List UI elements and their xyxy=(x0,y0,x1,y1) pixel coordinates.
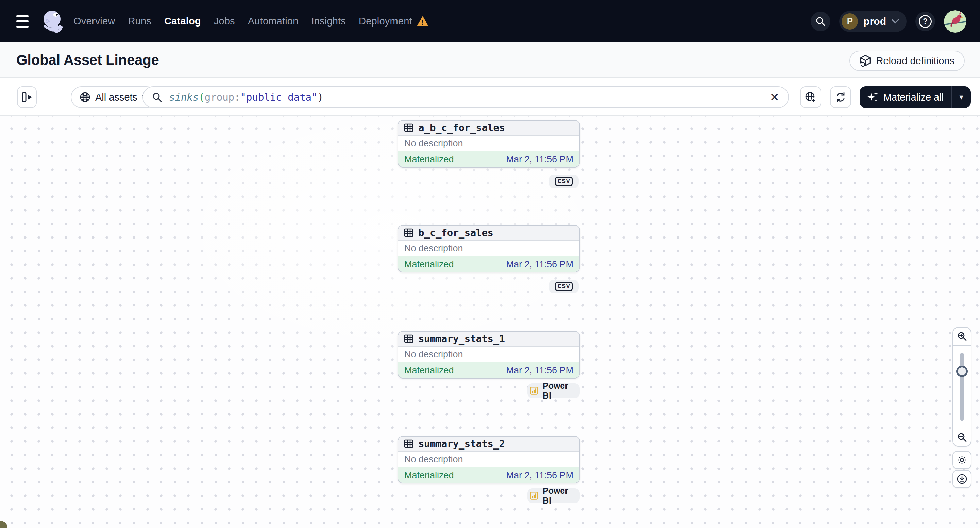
materialize-all-split-button: Materialize all ▾ xyxy=(860,86,971,108)
asset-description: No description xyxy=(398,347,579,362)
page-title: Global Asset Lineage xyxy=(16,52,159,68)
nav-item-insights[interactable]: Insights xyxy=(311,16,346,27)
powerbi-icon xyxy=(530,386,539,395)
lineage-toolbar: All assets sinks ( group : "public_data"… xyxy=(0,78,980,116)
download-image-button[interactable] xyxy=(953,470,972,488)
zoom-controls xyxy=(953,327,972,447)
kind-badge-powerbi: Power BI xyxy=(527,383,580,398)
nav-item-automation[interactable]: Automation xyxy=(248,16,299,27)
materialize-options-caret[interactable]: ▾ xyxy=(951,86,971,108)
top-nav: Overview Runs Catalog Jobs Automation In… xyxy=(0,0,980,43)
asset-description: No description xyxy=(398,136,579,151)
asset-status: Materialized xyxy=(404,365,454,376)
asset-title: summary_stats_1 xyxy=(418,333,504,344)
asset-title: a_b_c_for_sales xyxy=(418,122,504,133)
asset-scope-label: All assets xyxy=(95,92,137,103)
add-selection-syntax-button[interactable] xyxy=(800,86,821,108)
deployment-warning-icon[interactable] xyxy=(417,16,428,27)
page-header: Global Asset Lineage Reload definitions xyxy=(0,43,980,78)
search-icon[interactable] xyxy=(811,11,830,31)
dagster-logo-icon[interactable] xyxy=(41,9,65,34)
table-icon xyxy=(404,228,414,238)
open-left-panel-button[interactable] xyxy=(17,86,37,108)
table-icon xyxy=(404,123,414,133)
powerbi-label: Power BI xyxy=(543,381,578,401)
svg-text:?: ? xyxy=(923,17,928,26)
offscreen-node-corner xyxy=(0,521,8,528)
asset-title: summary_stats_2 xyxy=(418,438,504,450)
deployment-initial-badge: P xyxy=(842,13,858,30)
asset-selection-input[interactable]: sinks ( group : "public_data" ) ✕ xyxy=(143,86,789,108)
nav-item-runs[interactable]: Runs xyxy=(128,16,151,27)
asset-node-summary_stats_2[interactable]: summary_stats_2 No description Materiali… xyxy=(398,436,580,484)
refresh-graph-button[interactable] xyxy=(830,86,851,108)
asset-timestamp[interactable]: Mar 2, 11:56 PM xyxy=(506,365,573,376)
reload-definitions-label: Reload definitions xyxy=(876,55,955,67)
gear-icon xyxy=(956,455,967,466)
deployment-name: prod xyxy=(863,16,886,27)
nav-item-deployment[interactable]: Deployment xyxy=(359,16,412,27)
nav-item-overview[interactable]: Overview xyxy=(73,16,115,27)
table-icon xyxy=(404,439,414,449)
reload-cube-icon xyxy=(860,55,871,67)
asset-status: Materialized xyxy=(404,470,454,481)
asset-description: No description xyxy=(398,241,579,256)
deployment-switcher[interactable]: P prod xyxy=(839,11,907,32)
kind-badge-csv: CSV xyxy=(549,174,579,188)
lineage-canvas[interactable]: a_b_c_for_sales No description Materiali… xyxy=(0,116,980,528)
clear-query-icon[interactable]: ✕ xyxy=(770,91,780,103)
nav-item-jobs[interactable]: Jobs xyxy=(214,16,235,27)
zoom-slider-handle[interactable] xyxy=(956,366,968,377)
materialize-all-label: Materialize all xyxy=(883,92,943,103)
globe-icon xyxy=(80,92,91,103)
user-avatar[interactable] xyxy=(944,10,966,33)
nav-item-catalog[interactable]: Catalog xyxy=(164,16,201,27)
search-icon xyxy=(152,92,162,102)
asset-title: b_c_for_sales xyxy=(418,227,493,238)
zoom-slider[interactable] xyxy=(953,345,971,428)
asset-status: Materialized xyxy=(404,154,454,165)
csv-icon: CSV xyxy=(555,282,573,291)
asset-node-a_b_c_for_sales[interactable]: a_b_c_for_sales No description Materiali… xyxy=(398,120,580,168)
help-icon[interactable]: ? xyxy=(915,11,935,31)
table-icon xyxy=(404,334,414,344)
download-icon xyxy=(956,474,967,485)
materialize-all-button[interactable]: Materialize all xyxy=(860,86,951,108)
reload-definitions-button[interactable]: Reload definitions xyxy=(850,51,965,71)
asset-timestamp[interactable]: Mar 2, 11:56 PM xyxy=(506,259,573,270)
asset-selection-query: sinks ( group : "public_data" ) xyxy=(169,91,323,103)
powerbi-label: Power BI xyxy=(543,486,578,506)
asset-timestamp[interactable]: Mar 2, 11:56 PM xyxy=(506,470,573,481)
sparkles-icon xyxy=(867,91,879,103)
chevron-down-icon xyxy=(892,19,899,24)
zoom-in-button[interactable] xyxy=(953,328,971,345)
primary-nav: Overview Runs Catalog Jobs Automation In… xyxy=(73,16,428,27)
powerbi-icon xyxy=(530,491,539,501)
asset-timestamp[interactable]: Mar 2, 11:56 PM xyxy=(506,154,573,165)
graph-settings-button[interactable] xyxy=(953,451,972,469)
asset-node-summary_stats_1[interactable]: summary_stats_1 No description Materiali… xyxy=(398,331,580,379)
kind-badge-powerbi: Power BI xyxy=(527,488,580,503)
asset-node-b_c_for_sales[interactable]: b_c_for_sales No description Materialize… xyxy=(398,225,580,273)
asset-status: Materialized xyxy=(404,259,454,270)
csv-icon: CSV xyxy=(555,177,573,186)
hamburger-menu-icon[interactable] xyxy=(16,15,31,27)
kind-badge-csv: CSV xyxy=(549,280,579,293)
top-nav-right: P prod ? xyxy=(811,10,966,33)
zoom-slider-track[interactable] xyxy=(960,353,964,421)
zoom-out-button[interactable] xyxy=(953,428,971,446)
asset-description: No description xyxy=(398,452,579,467)
